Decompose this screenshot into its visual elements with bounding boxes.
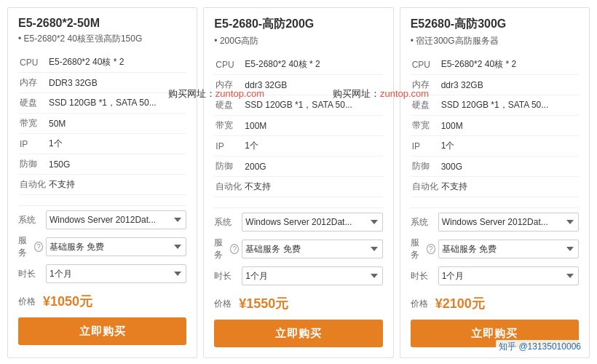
card-subtitle: 200G高防 bbox=[214, 35, 382, 47]
spec-row: 自动化不支持 bbox=[214, 177, 382, 197]
buy-button[interactable]: 立即购买 bbox=[214, 320, 382, 347]
spec-value: 100M bbox=[243, 116, 382, 136]
select-时长[interactable]: 1个月 bbox=[438, 266, 579, 285]
spec-value: 100M bbox=[440, 116, 579, 136]
select-系统[interactable]: Windows Server 2012Dat... bbox=[242, 213, 382, 232]
spec-value: 不支持 bbox=[440, 177, 579, 197]
spec-value: E5-2680*2 40核 * 2 bbox=[440, 55, 579, 75]
spec-row: 内存ddr3 32GB bbox=[411, 75, 579, 95]
spec-value: DDR3 32GB bbox=[47, 73, 186, 93]
buy-button[interactable]: 立即购买 bbox=[411, 320, 579, 347]
divider bbox=[214, 207, 382, 208]
spec-table: CPUE5-2680*2 40核 * 2内存ddr3 32GB硬盘SSD 120… bbox=[214, 55, 382, 197]
select-服务[interactable]: 基础服务 免费 bbox=[438, 240, 579, 258]
select-label: 服务? bbox=[411, 237, 435, 261]
spec-label: 带宽 bbox=[18, 114, 47, 134]
price-row: 价格¥1550元 bbox=[214, 295, 382, 312]
spec-row: 带宽100M bbox=[411, 116, 579, 136]
price-value: ¥1550元 bbox=[239, 295, 288, 312]
spec-row: 内存ddr3 32GB bbox=[214, 75, 382, 95]
select-row-0: 系统Windows Server 2012Dat... bbox=[214, 213, 382, 232]
spec-label: 内存 bbox=[214, 75, 243, 95]
spec-value: 不支持 bbox=[243, 177, 382, 197]
price-value: ¥1050元 bbox=[43, 293, 92, 310]
select-label: 时长 bbox=[18, 268, 43, 280]
server-card-1: E5-2680*2-50ME5-2680*2 40核至强高防150GCPUE5-… bbox=[7, 7, 197, 358]
card-title: E5-2680-高防200G bbox=[214, 17, 382, 32]
spec-row: CPUE5-2680*2 40核 * 2 bbox=[214, 55, 382, 75]
select-row-1: 服务?基础服务 免费 bbox=[214, 237, 382, 261]
product-compare-page: 购买网址：zuntop.com 购买网址：zuntop.com E5-2680*… bbox=[0, 0, 597, 364]
spec-label: 带宽 bbox=[411, 116, 440, 136]
select-row-0: 系统Windows Server 2012Dat... bbox=[411, 213, 579, 232]
price-label: 价格 bbox=[411, 298, 435, 310]
select-label: 服务? bbox=[214, 237, 239, 261]
select-row-1: 服务?基础服务 免费 bbox=[18, 234, 186, 259]
select-row-0: 系统Windows Server 2012Dat... bbox=[18, 210, 186, 229]
spec-label: 自动化 bbox=[214, 177, 243, 197]
select-服务[interactable]: 基础服务 免费 bbox=[242, 240, 382, 258]
select-系统[interactable]: Windows Server 2012Dat... bbox=[438, 213, 579, 232]
select-label: 时长 bbox=[411, 270, 435, 282]
help-icon[interactable]: ? bbox=[230, 244, 239, 254]
select-row-1: 服务?基础服务 免费 bbox=[411, 237, 579, 261]
spec-row: IP1个 bbox=[411, 136, 579, 157]
server-card-3: E52680-高防300G宿迁300G高防服务器CPUE5-2680*2 40核… bbox=[400, 7, 590, 358]
spec-row: CPUE5-2680*2 40核 * 2 bbox=[18, 52, 186, 73]
spec-row: 内存DDR3 32GB bbox=[18, 73, 186, 93]
spec-value: SSD 120GB *1，SATA 50... bbox=[47, 93, 186, 114]
spec-label: 自动化 bbox=[18, 175, 47, 195]
select-label: 服务? bbox=[18, 234, 43, 259]
select-row-2: 时长1个月 bbox=[18, 264, 186, 283]
price-label: 价格 bbox=[214, 298, 239, 310]
spec-label: 硬盘 bbox=[18, 93, 47, 114]
spec-row: IP1个 bbox=[214, 136, 382, 157]
spec-row: 防御150G bbox=[18, 154, 186, 175]
spec-table: CPUE5-2680*2 40核 * 2内存DDR3 32GB硬盘SSD 120… bbox=[18, 52, 186, 195]
price-label: 价格 bbox=[18, 296, 43, 308]
help-icon[interactable]: ? bbox=[427, 244, 435, 254]
divider bbox=[411, 207, 579, 208]
spec-value: 300G bbox=[440, 157, 579, 177]
spec-row: 防御300G bbox=[411, 157, 579, 177]
select-时长[interactable]: 1个月 bbox=[46, 264, 186, 283]
card-title: E5-2680*2-50M bbox=[18, 17, 186, 30]
spec-label: 防御 bbox=[18, 154, 47, 175]
spec-label: 内存 bbox=[411, 75, 440, 95]
spec-label: 带宽 bbox=[214, 116, 243, 136]
spec-value: 1个 bbox=[47, 134, 186, 154]
spec-value: E5-2680*2 40核 * 2 bbox=[47, 52, 186, 73]
spec-label: IP bbox=[18, 134, 47, 154]
spec-row: 硬盘SSD 120GB *1，SATA 50... bbox=[18, 93, 186, 114]
select-系统[interactable]: Windows Server 2012Dat... bbox=[46, 210, 186, 229]
spec-row: IP1个 bbox=[18, 134, 186, 154]
spec-label: 自动化 bbox=[411, 177, 440, 197]
card-subtitle: E5-2680*2 40核至强高防150G bbox=[18, 33, 186, 45]
spec-label: IP bbox=[411, 136, 440, 157]
spec-label: CPU bbox=[214, 55, 243, 75]
spec-label: IP bbox=[214, 136, 243, 157]
select-row-2: 时长1个月 bbox=[411, 266, 579, 285]
spec-label: 硬盘 bbox=[411, 95, 440, 116]
spec-value: 200G bbox=[243, 157, 382, 177]
spec-value: 1个 bbox=[243, 136, 382, 157]
spec-row: 自动化不支持 bbox=[411, 177, 579, 197]
spec-value: 150G bbox=[47, 154, 186, 175]
spec-value: SSD 120GB *1，SATA 50... bbox=[243, 95, 382, 116]
select-时长[interactable]: 1个月 bbox=[242, 266, 382, 285]
spec-row: 硬盘SSD 120GB *1，SATA 50... bbox=[214, 95, 382, 116]
card-title: E52680-高防300G bbox=[411, 17, 579, 32]
spec-table: CPUE5-2680*2 40核 * 2内存ddr3 32GB硬盘SSD 120… bbox=[411, 55, 579, 197]
buy-button[interactable]: 立即购买 bbox=[18, 317, 186, 345]
spec-value: SSD 120GB *1，SATA 50... bbox=[440, 95, 579, 116]
select-label: 时长 bbox=[214, 270, 239, 282]
select-服务[interactable]: 基础服务 免费 bbox=[46, 237, 186, 256]
spec-label: 防御 bbox=[214, 157, 243, 177]
spec-value: 50M bbox=[47, 114, 186, 134]
spec-label: 防御 bbox=[411, 157, 440, 177]
spec-label: CPU bbox=[18, 52, 47, 73]
select-label: 系统 bbox=[411, 216, 435, 229]
help-icon[interactable]: ? bbox=[34, 242, 43, 252]
spec-value: ddr3 32GB bbox=[243, 75, 382, 95]
spec-value: 不支持 bbox=[47, 175, 186, 195]
